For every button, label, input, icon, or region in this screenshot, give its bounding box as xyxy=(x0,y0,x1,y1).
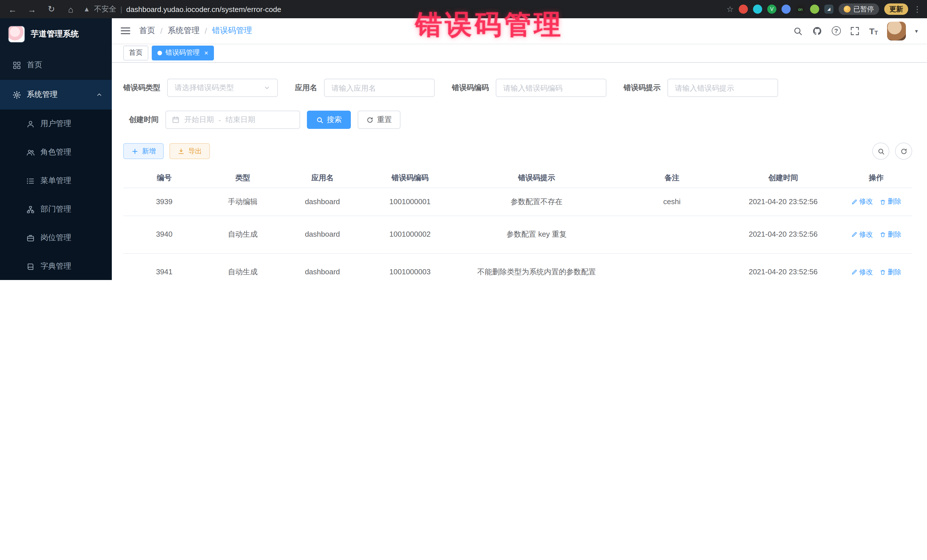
security-label[interactable]: 不安全 xyxy=(94,4,116,14)
sidebar-item-岗位管理[interactable]: 岗位管理 xyxy=(0,223,112,252)
cell-time: 2021-04-20 23:52:56 xyxy=(726,263,840,280)
tab-error-code[interactable]: 错误码管理 × xyxy=(152,46,214,60)
error-tip-input[interactable] xyxy=(667,79,778,97)
address-bar[interactable]: ▲ 不安全 | dashboard.yudao.iocoder.cn/syste… xyxy=(83,4,721,14)
sidebar-item-菜单管理[interactable]: 菜单管理 xyxy=(0,167,112,195)
app-name-label: 应用名 xyxy=(295,83,317,93)
back-icon[interactable]: ← xyxy=(6,2,20,16)
cell-type: 手动编辑 xyxy=(205,193,280,211)
forward-icon[interactable]: → xyxy=(25,2,39,16)
dashboard-icon xyxy=(12,61,21,69)
chevron-icon xyxy=(96,206,103,213)
col-id: 编号 xyxy=(123,170,205,185)
org-tree-icon xyxy=(26,205,35,214)
end-date-placeholder: 结束日期 xyxy=(226,115,255,125)
refresh-icon xyxy=(900,147,907,155)
search-icon xyxy=(877,147,884,155)
breadcrumb-system[interactable]: 系统管理 xyxy=(168,26,200,36)
breadcrumb: 首页 / 系统管理 / 错误码管理 xyxy=(139,26,252,36)
chevron-down-icon[interactable]: ▾ xyxy=(915,28,918,34)
update-button[interactable]: 更新 xyxy=(884,3,908,15)
col-type: 类型 xyxy=(205,170,280,185)
edit-link[interactable]: 修改 xyxy=(851,196,873,207)
cell-time: 2021-04-20 23:52:56 xyxy=(726,193,840,211)
gear-icon xyxy=(12,90,21,99)
pencil-icon xyxy=(851,232,857,238)
help-icon[interactable]: ? xyxy=(831,26,840,35)
collapse-sidebar-icon[interactable] xyxy=(120,25,131,36)
bookmark-star-icon[interactable]: ☆ xyxy=(726,5,734,14)
refresh-table-button[interactable] xyxy=(895,143,912,160)
filter-row-1: 错误码类型 请选择错误码类型 应用名 错误码编码 xyxy=(123,79,912,97)
cell-remark xyxy=(618,231,726,238)
close-icon[interactable]: × xyxy=(204,49,208,57)
sidebar-item-字典管理[interactable]: 字典管理 xyxy=(0,252,112,280)
book-icon xyxy=(26,262,35,270)
date-range-picker[interactable]: 开始日期 - 结束日期 xyxy=(166,111,300,129)
table-row: 3939 手动编辑 dashboard 1001000001 参数配置不存在 c… xyxy=(123,188,912,216)
sidebar-menu: 首页 系统管理 用户管理 角色管理 菜单管理 部门管理 岗位管理 字典管理 通知… xyxy=(0,50,112,280)
tab-home[interactable]: 首页 xyxy=(123,46,148,60)
filter-row-2: 创建时间 开始日期 - 结束日期 搜索 重置 xyxy=(129,111,912,129)
extension-leaf-icon[interactable] xyxy=(810,5,819,14)
cell-tip: 参数配置不存在 xyxy=(455,193,618,211)
delete-link[interactable]: 删除 xyxy=(880,229,901,240)
pencil-icon xyxy=(851,199,857,205)
search-icon[interactable] xyxy=(793,26,803,36)
sidebar-item-首页[interactable]: 首页 xyxy=(0,50,112,80)
col-app: 应用名 xyxy=(280,170,365,185)
table-header: 编号 类型 应用名 错误码编码 错误码提示 备注 创建时间 操作 xyxy=(123,168,912,188)
error-code-input[interactable] xyxy=(496,79,606,97)
extension-red-icon[interactable] xyxy=(739,5,748,14)
toggle-search-button[interactable] xyxy=(872,143,889,160)
cell-remark xyxy=(618,269,726,276)
add-button[interactable]: 新增 xyxy=(123,143,164,159)
export-button[interactable]: 导出 xyxy=(169,143,210,159)
sidebar-item-用户管理[interactable]: 用户管理 xyxy=(0,109,112,138)
sidebar-item-系统管理[interactable]: 系统管理 xyxy=(0,80,112,109)
extension-on-icon[interactable]: on xyxy=(796,5,805,14)
chevron-icon xyxy=(96,263,103,270)
search-button[interactable]: 搜索 xyxy=(307,111,351,129)
tags-view-bar: 首页 错误码管理 × xyxy=(112,43,927,63)
avatar[interactable] xyxy=(887,21,906,40)
download-icon xyxy=(178,147,185,155)
browser-menu-icon[interactable]: ⋮ xyxy=(913,5,921,14)
github-icon[interactable] xyxy=(812,26,822,36)
font-size-icon[interactable]: TT xyxy=(869,26,878,36)
chevron-icon xyxy=(96,149,103,156)
trash-icon xyxy=(880,232,886,238)
error-type-select[interactable]: 请选择错误码类型 xyxy=(167,79,278,97)
reset-button[interactable]: 重置 xyxy=(358,111,400,129)
cell-tip: 参数配置 key 重复 xyxy=(455,225,618,244)
delete-link[interactable]: 删除 xyxy=(880,196,901,207)
edit-link[interactable]: 修改 xyxy=(851,267,873,278)
extension-cyan-icon[interactable] xyxy=(753,5,762,14)
extension-green-check-icon[interactable]: V xyxy=(767,5,777,14)
sidebar-item-角色管理[interactable]: 角色管理 xyxy=(0,138,112,167)
extension-pin-icon[interactable]: ◢ xyxy=(824,5,833,14)
refresh-icon xyxy=(366,116,374,123)
home-icon[interactable]: ⌂ xyxy=(64,2,78,16)
chevron-down-icon xyxy=(264,84,271,91)
app-name-input[interactable] xyxy=(324,79,435,97)
user-icon xyxy=(26,120,35,128)
search-icon xyxy=(316,116,324,123)
create-time-label: 创建时间 xyxy=(129,115,159,125)
app-logo-row[interactable]: 芋道管理系统 xyxy=(0,18,112,50)
url-text[interactable]: dashboard.yudao.iocoder.cn/system/error-… xyxy=(126,5,281,14)
chevron-icon xyxy=(96,120,103,127)
sidebar-item-部门管理[interactable]: 部门管理 xyxy=(0,195,112,223)
edit-link[interactable]: 修改 xyxy=(851,229,873,240)
breadcrumb-home[interactable]: 首页 xyxy=(139,26,155,36)
warning-icon: ▲ xyxy=(83,5,90,13)
delete-link[interactable]: 删除 xyxy=(880,267,901,278)
breadcrumb-current: 错误码管理 xyxy=(212,26,252,36)
extension-blue-icon[interactable] xyxy=(781,5,791,14)
paused-badge[interactable]: 已暂停 xyxy=(839,3,879,15)
chevron-icon xyxy=(96,91,103,98)
reload-icon[interactable]: ↻ xyxy=(44,2,58,16)
screen: ← → ↻ ⌂ ▲ 不安全 | dashboard.yudao.iocoder.… xyxy=(0,0,927,280)
top-navbar: 首页 / 系统管理 / 错误码管理 ? xyxy=(112,18,927,43)
fullscreen-icon[interactable] xyxy=(850,26,860,36)
